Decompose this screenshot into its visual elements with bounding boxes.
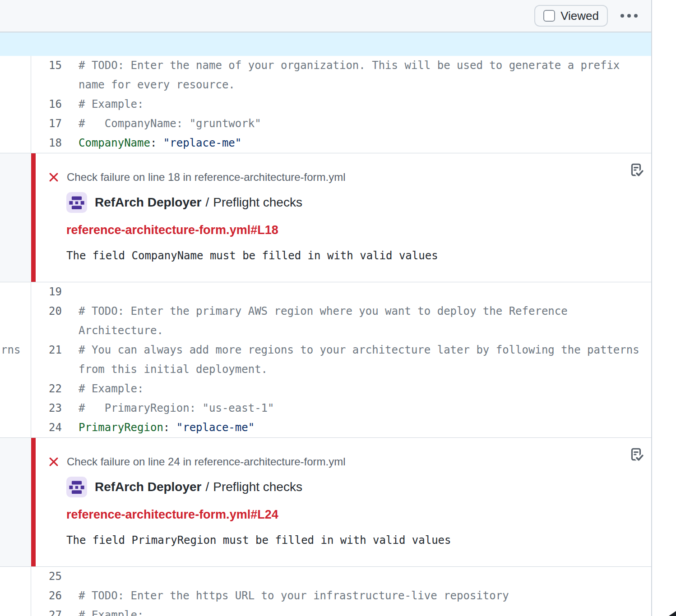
checklist-icon[interactable]: [629, 447, 644, 462]
check-run-row: RefArch Deployer / Preflight checks: [66, 192, 651, 213]
viewed-label: Viewed: [560, 9, 599, 23]
annotation-file-link[interactable]: reference-architecture-form.yml#L24: [66, 507, 651, 522]
code-line: 19: [0, 282, 651, 302]
failure-severity-bar: [31, 438, 36, 566]
code-line: 26 # TODO: Enter the https URL to your i…: [0, 586, 651, 606]
line-number[interactable]: 17: [31, 114, 62, 133]
code-line: 21 # You can always add more regions to …: [0, 340, 651, 379]
code-text: # TODO: Enter the name of your organizat…: [79, 56, 649, 95]
code-text: # TODO: Enter the primary AWS region whe…: [79, 302, 649, 340]
code-block-2: rns 19 20 # TODO: Enter the primary AWS …: [0, 282, 651, 437]
annotation-title: Check failure on line 24 in reference-ar…: [67, 455, 346, 469]
kebab-dot-icon: [634, 14, 638, 18]
old-pane-sliver: [0, 282, 31, 302]
annotation-message: The field CompanyName must be filled in …: [66, 249, 651, 262]
check-run-name: Preflight checks: [213, 480, 302, 494]
code-text: # CompanyName: "gruntwork": [79, 114, 649, 133]
line-number[interactable]: 27: [31, 606, 62, 616]
annotation-header: Check failure on line 18 in reference-ar…: [48, 170, 651, 184]
old-pane-sliver: [0, 567, 31, 586]
annotation-header: Check failure on line 24 in reference-ar…: [48, 455, 651, 469]
line-number[interactable]: 21: [31, 340, 62, 379]
code-line: 17 # CompanyName: "gruntwork": [0, 114, 651, 133]
refarch-deployer-avatar-icon: [66, 192, 87, 213]
check-run-row: RefArch Deployer / Preflight checks: [66, 477, 651, 497]
checklist-icon[interactable]: [629, 162, 644, 178]
annotation-message: The field PrimaryRegion must be filled i…: [66, 533, 651, 547]
annotation-file-link[interactable]: reference-architecture-form.yml#L18: [66, 223, 651, 237]
old-pane-sliver: [0, 133, 31, 153]
code-text: # Example:: [79, 379, 649, 399]
code-block-1: 15 # TODO: Enter the name of your organi…: [0, 56, 651, 153]
line-number[interactable]: 24: [31, 418, 62, 437]
annotation-body: Check failure on line 24 in reference-ar…: [36, 438, 651, 566]
code-line: 22 # Example:: [0, 379, 651, 399]
code-line: 18 CompanyName: "replace-me": [0, 133, 651, 153]
old-pane-text-fragment: rns: [1, 340, 20, 360]
separator: /: [206, 480, 209, 494]
kebab-menu-button[interactable]: [619, 10, 639, 21]
x-icon: [48, 171, 60, 183]
code-line: 15 # TODO: Enter the name of your organi…: [0, 56, 651, 95]
check-failure-annotation: Check failure on line 24 in reference-ar…: [0, 437, 651, 567]
code-text: [79, 567, 649, 586]
line-number[interactable]: 15: [31, 56, 62, 95]
code-text: # TODO: Enter the https URL to your infr…: [79, 586, 649, 606]
line-number[interactable]: 23: [31, 399, 62, 418]
annotation-title: Check failure on line 18 in reference-ar…: [67, 170, 346, 184]
x-icon: [48, 456, 60, 468]
viewed-checkbox-icon[interactable]: [543, 10, 555, 22]
line-number[interactable]: 20: [31, 302, 62, 340]
code-text: # You can always add more regions to you…: [79, 340, 649, 379]
code-line: 16 # Example:: [0, 95, 651, 114]
code-text: # PrimaryRegion: "us-east-1": [79, 399, 649, 418]
code-block-3: 25 26 # TODO: Enter the https URL to you…: [0, 567, 651, 616]
old-pane-sliver: [0, 586, 31, 606]
failure-severity-bar: [31, 153, 36, 282]
old-pane-sliver: [0, 302, 31, 340]
code-text: PrimaryRegion: "replace-me": [79, 418, 649, 437]
old-pane-sliver: [0, 379, 31, 399]
line-number[interactable]: 25: [31, 567, 62, 586]
hunk-expand-row: [0, 32, 651, 56]
code-line: 23 # PrimaryRegion: "us-east-1": [0, 399, 651, 418]
line-number[interactable]: 16: [31, 95, 62, 114]
gutter-fill: [0, 153, 31, 282]
code-line: 25: [0, 567, 651, 586]
old-pane-sliver: [0, 114, 31, 133]
cursor-fragment: [669, 611, 676, 616]
old-pane-sliver: [0, 606, 31, 616]
gutter-fill: [0, 438, 31, 566]
old-pane-sliver: [0, 399, 31, 418]
diff-file-panel: Viewed 15 # TODO: Enter the name of your…: [0, 0, 652, 616]
check-failure-annotation: Check failure on line 18 in reference-ar…: [0, 153, 651, 282]
old-pane-sliver: [0, 418, 31, 437]
code-line: 27 # Example:: [0, 606, 651, 616]
file-header-bar: Viewed: [0, 0, 651, 32]
old-pane-sliver: [0, 56, 31, 95]
code-text: # Example:: [79, 95, 649, 114]
line-number[interactable]: 22: [31, 379, 62, 399]
check-app-name: RefArch Deployer: [95, 195, 202, 210]
line-number[interactable]: 19: [31, 282, 62, 302]
code-text: CompanyName: "replace-me": [79, 133, 649, 153]
annotation-body: Check failure on line 18 in reference-ar…: [36, 153, 651, 282]
code-line: 20 # TODO: Enter the primary AWS region …: [0, 302, 651, 340]
page: Viewed 15 # TODO: Enter the name of your…: [0, 0, 676, 616]
check-run-name: Preflight checks: [213, 195, 302, 210]
old-pane-sliver: [0, 95, 31, 114]
viewed-toggle-button[interactable]: Viewed: [534, 5, 608, 27]
separator: /: [206, 195, 209, 210]
code-text: [79, 282, 649, 302]
line-number[interactable]: 18: [31, 133, 62, 153]
line-number[interactable]: 26: [31, 586, 62, 606]
kebab-dot-icon: [620, 14, 624, 18]
code-line: 24 PrimaryRegion: "replace-me": [0, 418, 651, 437]
code-text: # Example:: [79, 606, 649, 616]
refarch-deployer-avatar-icon: [66, 477, 87, 497]
check-app-name: RefArch Deployer: [95, 480, 202, 494]
kebab-dot-icon: [627, 14, 631, 18]
